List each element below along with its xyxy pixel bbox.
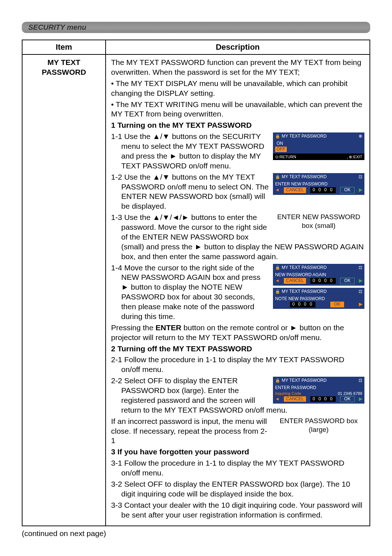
inset-inquiring-label: Inquiring Code [275, 391, 301, 396]
close-icon: ⊡ [359, 289, 362, 294]
inset-digits: 0 0 0 0 [310, 187, 336, 193]
caption-enter-password-large: ENTER PASSWORD box (large) [273, 417, 364, 434]
arrow-right-icon: ▶ [359, 187, 362, 193]
menu-header: SECURITY menu [22, 22, 370, 33]
inset-new-again-label: NEW PASSWORD AGAIN [275, 272, 362, 278]
inset-title: MY TEXT PASSWORD [282, 174, 327, 180]
section3-title: 3 If you have forgotten your password [111, 447, 364, 457]
inset-digits: 0 0 0 0 [310, 278, 336, 283]
step-2-1: 2-1 Follow the procedure in 1-1 to displ… [111, 355, 364, 375]
inset-title: MY TEXT PASSWORD [282, 134, 327, 139]
intro-b2: • The MY TEXT WRITING menu will be unava… [111, 100, 364, 119]
inset-inquiring-code: 01 2345 6789 [338, 391, 362, 396]
inset-note-new: MY TEXT PASSWORD ⊡ NOTE NEW PASSWORD 0 0… [273, 288, 364, 309]
lock-icon [275, 378, 280, 383]
lock-icon [275, 265, 280, 270]
section2-title: 2 Turning off the MY TEXT PASSWORD [111, 344, 364, 354]
description-table: Item Description MY TEXT PASSWORD The MY… [22, 40, 370, 526]
step-3-3: 3-3 Contact your dealer with the 10 digi… [111, 500, 364, 520]
inset-exit: , ⊕:EXIT [347, 154, 362, 159]
inset-title: MY TEXT PASSWORD [282, 289, 327, 294]
inset-ok-orange: OK [330, 302, 344, 307]
arrow-right-icon: ▶ [359, 302, 362, 307]
arrow-left-icon: ◄ [275, 187, 279, 193]
inset-title: MY TEXT PASSWORD [282, 378, 327, 383]
inset-onoff: MY TEXT PASSWORD ⊗ ON OFF ⊙:RETURN , ⊕:E… [273, 132, 364, 160]
arrow-left-icon: ◄ [275, 396, 279, 402]
inset-cancel: CANCEL [284, 396, 306, 402]
item-cell: MY TEXT PASSWORD [22, 54, 106, 526]
inset-on: ON [275, 141, 362, 146]
close-icon: ⊗ [359, 134, 362, 139]
inset-ok: OK [340, 187, 354, 193]
col-header-item: Item [22, 40, 106, 54]
section1-note: Pressing the ENTER button on the remote … [111, 323, 364, 343]
inset-enter-new-label: ENTER NEW PASSWORD [275, 181, 362, 187]
inset-new-again: MY TEXT PASSWORD ⊡ NEW PASSWORD AGAIN ◄ … [273, 264, 364, 286]
arrow-right-icon: ▶ [359, 396, 362, 402]
step-3-1: 3-1 Follow the procedure in 1-1 to displ… [111, 458, 364, 478]
lock-icon [275, 174, 280, 180]
close-icon: ⊡ [359, 378, 362, 383]
inset-enter-password-large: MY TEXT PASSWORD ⊡ ENTER PASSWORD Inquir… [273, 377, 364, 404]
inset-cancel: CANCEL [284, 278, 306, 283]
caption-enter-new-small: ENTER NEW PASSWORD box (small) [273, 213, 364, 230]
continued-note: (continued on next page) [22, 529, 370, 538]
inset-digits: 0 0 0 0 [290, 302, 315, 307]
inset-enter-new-small: MY TEXT PASSWORD ⊡ ENTER NEW PASSWORD ◄ … [273, 173, 364, 195]
intro-p1: The MY TEXT PASSWORD function can preven… [111, 58, 364, 77]
col-header-description: Description [106, 40, 370, 54]
item-name-line1: MY TEXT [48, 58, 81, 66]
inset-note-new-label: NOTE NEW PASSWORD [275, 296, 362, 302]
description-cell: The MY TEXT PASSWORD function can preven… [106, 54, 370, 526]
step-3-2: 3-2 Select OFF to display the ENTER PASS… [111, 479, 364, 499]
arrow-left-icon: ◄ [275, 278, 279, 283]
inset-ok: OK [340, 396, 354, 402]
inset-digits: 0 0 0 0 [310, 396, 336, 402]
inset-enter-pw-label: ENTER PASSWORD [275, 385, 362, 391]
section1-title: 1 Turning on the MY TEXT PASSWORD [111, 120, 364, 130]
intro-b1: • The MY TEXT DISPLAY menu will be unava… [111, 79, 364, 98]
close-icon: ⊡ [359, 265, 362, 270]
item-name-line2: PASSWORD [42, 68, 86, 76]
arrow-right-icon: ▶ [359, 278, 362, 283]
inset-cancel: CANCEL [284, 187, 306, 193]
inset-title: MY TEXT PASSWORD [282, 265, 327, 270]
close-icon: ⊡ [359, 174, 362, 180]
inset-ok: OK [340, 278, 354, 284]
lock-icon [275, 289, 280, 294]
inset-off: OFF [275, 147, 287, 152]
inset-return: ⊙:RETURN [275, 154, 296, 159]
lock-icon [275, 134, 280, 139]
